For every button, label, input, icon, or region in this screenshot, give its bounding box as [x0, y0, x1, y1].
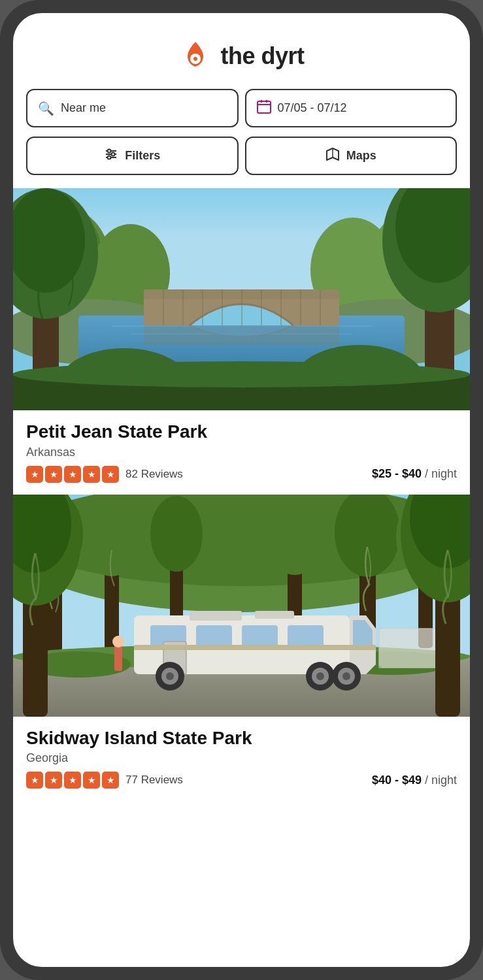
- scene-rv-svg: [13, 495, 470, 717]
- maps-button[interactable]: Maps: [245, 137, 458, 175]
- svg-point-87: [342, 672, 350, 680]
- filters-label: Filters: [125, 149, 160, 163]
- star-s4: ★: [83, 772, 100, 789]
- svg-rect-74: [288, 625, 324, 648]
- svg-point-61: [267, 497, 323, 575]
- campsite-location-petit-jean: Arkansas: [26, 446, 457, 459]
- stars-petit-jean: ★ ★ ★ ★ ★: [26, 466, 119, 483]
- date-range-text: 07/05 - 07/12: [278, 101, 347, 115]
- app-logo-icon: [178, 39, 212, 73]
- star-5: ★: [102, 466, 119, 483]
- search-icon: 🔍: [38, 101, 54, 116]
- stars-skidway: ★ ★ ★ ★ ★: [26, 772, 119, 789]
- campsite-location-skidway: Georgia: [26, 751, 457, 765]
- svg-point-1: [193, 57, 197, 61]
- header: the dyrt: [13, 13, 470, 89]
- svg-rect-2: [258, 101, 271, 113]
- calendar-icon: [257, 99, 271, 117]
- campsite-card-petit-jean[interactable]: Petit Jean State Park Arkansas ★ ★ ★ ★ ★…: [13, 188, 470, 489]
- campsite-card-skidway[interactable]: Skidway Island State Park Georgia ★ ★ ★ …: [13, 495, 470, 796]
- location-text: Near me: [61, 101, 106, 115]
- campsite-meta-skidway: ★ ★ ★ ★ ★ 77 Reviews $40 - $49 / night: [26, 772, 457, 789]
- maps-icon: [325, 147, 340, 165]
- phone-shell: the dyrt 🔍 Near me: [0, 0, 483, 980]
- campsite-image-skidway: [13, 495, 470, 717]
- date-picker[interactable]: 07/05 - 07/12: [245, 89, 458, 127]
- svg-rect-78: [134, 645, 376, 650]
- svg-point-9: [108, 150, 111, 153]
- campsite-name-skidway: Skidway Island State Park: [26, 727, 457, 749]
- svg-point-59: [150, 496, 203, 572]
- campsite-meta-petit-jean: ★ ★ ★ ★ ★ 82 Reviews $25 - $40 / night: [26, 466, 457, 483]
- rating-reviews-petit-jean: ★ ★ ★ ★ ★ 82 Reviews: [26, 466, 183, 483]
- svg-rect-76: [190, 611, 242, 621]
- star-s5: ★: [102, 772, 119, 789]
- svg-point-81: [166, 672, 174, 680]
- star-3: ★: [64, 466, 81, 483]
- app-content: the dyrt 🔍 Near me: [13, 13, 470, 967]
- location-search[interactable]: 🔍 Near me: [26, 89, 239, 127]
- star-s1: ★: [26, 772, 43, 789]
- svg-point-49: [13, 361, 470, 387]
- star-2: ★: [45, 466, 62, 483]
- filter-row: Filters Maps: [13, 137, 470, 175]
- svg-point-10: [112, 153, 115, 156]
- svg-point-57: [84, 498, 139, 576]
- maps-label: Maps: [346, 149, 376, 163]
- scene-bridge-svg: [13, 188, 470, 410]
- filters-button[interactable]: Filters: [26, 137, 239, 175]
- star-1: ★: [26, 466, 43, 483]
- filters-icon: [104, 147, 118, 165]
- svg-point-11: [108, 156, 111, 159]
- reviews-count-petit-jean: 82 Reviews: [125, 468, 183, 481]
- reviews-count-skidway: 77 Reviews: [125, 774, 183, 787]
- app-name: the dyrt: [220, 42, 304, 70]
- svg-rect-77: [255, 611, 294, 619]
- svg-rect-73: [242, 625, 278, 648]
- campsite-image-petit-jean: [13, 188, 470, 410]
- svg-point-89: [112, 636, 124, 647]
- star-s3: ★: [64, 772, 81, 789]
- price-skidway: $40 - $49 / night: [372, 774, 457, 787]
- search-row: 🔍 Near me 07/05 - 07/12: [13, 89, 470, 127]
- rating-reviews-skidway: ★ ★ ★ ★ ★ 77 Reviews: [26, 772, 183, 789]
- campsite-info-skidway: Skidway Island State Park Georgia ★ ★ ★ …: [13, 717, 470, 796]
- svg-point-84: [316, 672, 324, 680]
- star-4: ★: [83, 466, 100, 483]
- svg-rect-72: [196, 625, 232, 648]
- price-petit-jean: $25 - $40 / night: [372, 467, 457, 481]
- svg-rect-88: [114, 645, 122, 671]
- phone-screen: the dyrt 🔍 Near me: [13, 13, 470, 967]
- campsite-name-petit-jean: Petit Jean State Park: [26, 421, 457, 443]
- star-s2: ★: [45, 772, 62, 789]
- campsite-info-petit-jean: Petit Jean State Park Arkansas ★ ★ ★ ★ ★…: [13, 410, 470, 489]
